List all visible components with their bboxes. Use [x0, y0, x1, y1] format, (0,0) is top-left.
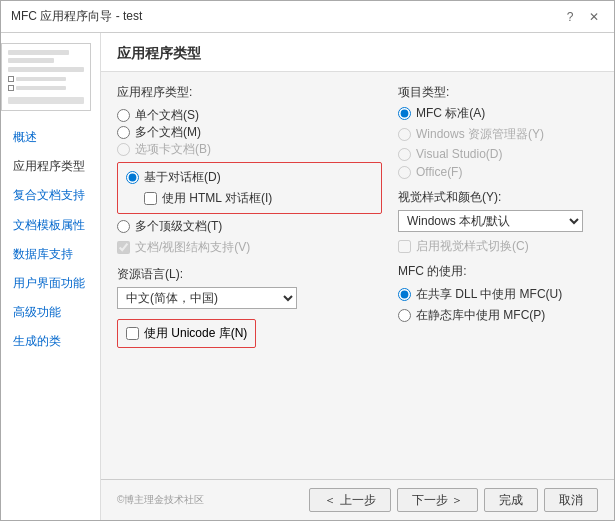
radio-multi-doc[interactable]: 多个文档(M) — [117, 124, 382, 141]
dialog-highlight-box: 基于对话框(D) 使用 HTML 对话框(I) — [117, 162, 382, 214]
radio-single-doc[interactable]: 单个文档(S) — [117, 107, 382, 124]
sidebar-item-ui-features[interactable]: 用户界面功能 — [1, 269, 100, 298]
sidebar-item-db-support[interactable]: 数据库支持 — [1, 240, 100, 269]
view-switch-row: 启用视觉样式切换(C) — [398, 238, 598, 255]
page-header: 应用程序类型 — [101, 33, 614, 72]
radio-mfc-standard[interactable]: MFC 标准(A) — [398, 105, 598, 122]
checkbox-html-dialog[interactable]: 使用 HTML 对话框(I) — [144, 190, 373, 207]
radio-win-explorer-input — [398, 128, 411, 141]
radio-single-doc-input[interactable] — [117, 109, 130, 122]
radio-mfc-standard-input[interactable] — [398, 107, 411, 120]
view-switch-checkbox — [398, 240, 411, 253]
page-title: 应用程序类型 — [117, 45, 598, 63]
radio-dialog[interactable]: 基于对话框(D) — [126, 169, 373, 186]
help-button[interactable]: ? — [560, 7, 580, 27]
radio-visual-studio: Visual Studio(D) — [398, 147, 598, 161]
radio-multi-top[interactable]: 多个顶级文档(T) — [117, 218, 382, 235]
radio-static-lib-input[interactable] — [398, 309, 411, 322]
app-preview-thumbnail — [1, 43, 91, 111]
checkbox-doc-view-input — [117, 241, 130, 254]
main-content: 概述 应用程序类型 复合文档支持 文档模板属性 数据库支持 用户界面功能 高级功… — [1, 33, 614, 520]
watermark: ©博主理金技术社区 — [117, 493, 204, 507]
radio-static-lib-label: 在静态库中使用 MFC(P) — [416, 307, 545, 324]
footer: ©博主理金技术社区 ＜ 上一步 下一步 ＞ 完成 取消 — [101, 479, 614, 520]
mfc-usage-options: 在共享 DLL 中使用 MFC(U) 在静态库中使用 MFC(P) — [398, 286, 598, 324]
titlebar: MFC 应用程序向导 - test ? ✕ — [1, 1, 614, 33]
checkbox-doc-view: 文档/视图结构支持(V) — [117, 239, 382, 256]
main-window: MFC 应用程序向导 - test ? ✕ — [0, 0, 615, 521]
radio-static-lib[interactable]: 在静态库中使用 MFC(P) — [398, 307, 598, 324]
radio-tab-doc-label: 选项卡文档(B) — [135, 141, 211, 158]
radio-tab-doc-input — [117, 143, 130, 156]
radio-shared-dll[interactable]: 在共享 DLL 中使用 MFC(U) — [398, 286, 598, 303]
sidebar-item-overview[interactable]: 概述 — [1, 123, 100, 152]
sidebar-item-gen-classes[interactable]: 生成的类 — [1, 327, 100, 356]
page-area: 应用程序类型 应用程序类型: 单个文档(S) 多个文档(M) — [101, 33, 614, 520]
sidebar-item-composite[interactable]: 复合文档支持 — [1, 181, 100, 210]
unicode-highlight-box: 使用 Unicode 库(N) — [117, 319, 256, 348]
finish-button[interactable]: 完成 — [484, 488, 538, 512]
radio-visual-studio-input — [398, 148, 411, 161]
next-button[interactable]: 下一步 ＞ — [397, 488, 478, 512]
left-panel: 应用程序类型: 单个文档(S) 多个文档(M) 选项卡文档(B) — [117, 84, 382, 467]
project-type-label: 项目类型: — [398, 84, 598, 101]
unicode-checkbox-input[interactable] — [126, 327, 139, 340]
mfc-usage-section: MFC 的使用: 在共享 DLL 中使用 MFC(U) 在静态库中使用 MFC(… — [398, 263, 598, 324]
titlebar-left: MFC 应用程序向导 - test — [11, 8, 142, 25]
unicode-checkbox-label: 使用 Unicode 库(N) — [144, 325, 247, 342]
radio-multi-doc-label: 多个文档(M) — [135, 124, 201, 141]
project-type-options: MFC 标准(A) Windows 资源管理器(Y) Visual Studio… — [398, 105, 598, 179]
mfc-usage-label: MFC 的使用: — [398, 263, 598, 280]
sidebar-item-app-type[interactable]: 应用程序类型 — [1, 152, 100, 181]
project-type-section: 项目类型: MFC 标准(A) Windows 资源管理器(Y) — [398, 84, 598, 179]
prev-button[interactable]: ＜ 上一步 — [309, 488, 390, 512]
radio-dialog-input[interactable] — [126, 171, 139, 184]
cancel-button[interactable]: 取消 — [544, 488, 598, 512]
resource-lang-row: 中文(简体，中国) — [117, 287, 382, 309]
radio-multi-top-label: 多个顶级文档(T) — [135, 218, 222, 235]
resource-lang-label: 资源语言(L): — [117, 266, 382, 283]
radio-office: Office(F) — [398, 165, 598, 179]
resource-lang-select[interactable]: 中文(简体，中国) — [117, 287, 297, 309]
right-panel: 项目类型: MFC 标准(A) Windows 资源管理器(Y) — [398, 84, 598, 467]
close-button[interactable]: ✕ — [584, 7, 604, 27]
app-type-label: 应用程序类型: — [117, 84, 382, 101]
view-style-label: 视觉样式和颜色(Y): — [398, 189, 598, 206]
radio-tab-doc[interactable]: 选项卡文档(B) — [117, 141, 382, 158]
radio-visual-studio-label: Visual Studio(D) — [416, 147, 502, 161]
radio-shared-dll-label: 在共享 DLL 中使用 MFC(U) — [416, 286, 562, 303]
view-switch-label: 启用视觉样式切换(C) — [416, 238, 529, 255]
view-style-select[interactable]: Windows 本机/默认 — [398, 210, 583, 232]
radio-win-explorer: Windows 资源管理器(Y) — [398, 126, 598, 143]
radio-multi-top-input[interactable] — [117, 220, 130, 233]
titlebar-controls: ? ✕ — [560, 7, 604, 27]
radio-office-label: Office(F) — [416, 165, 462, 179]
radio-mfc-standard-label: MFC 标准(A) — [416, 105, 485, 122]
window-title: MFC 应用程序向导 - test — [11, 8, 142, 25]
sidebar-item-doc-template[interactable]: 文档模板属性 — [1, 211, 100, 240]
checkbox-html-dialog-input[interactable] — [144, 192, 157, 205]
radio-office-input — [398, 166, 411, 179]
content-area: 应用程序类型: 单个文档(S) 多个文档(M) 选项卡文档(B) — [101, 72, 614, 479]
radio-multi-doc-input[interactable] — [117, 126, 130, 139]
radio-dialog-label: 基于对话框(D) — [144, 169, 221, 186]
checkbox-doc-view-label: 文档/视图结构支持(V) — [135, 239, 250, 256]
checkbox-html-dialog-label: 使用 HTML 对话框(I) — [162, 190, 272, 207]
radio-shared-dll-input[interactable] — [398, 288, 411, 301]
sidebar: 概述 应用程序类型 复合文档支持 文档模板属性 数据库支持 用户界面功能 高级功… — [1, 33, 101, 520]
radio-win-explorer-label: Windows 资源管理器(Y) — [416, 126, 544, 143]
radio-single-doc-label: 单个文档(S) — [135, 107, 199, 124]
app-type-options: 单个文档(S) 多个文档(M) 选项卡文档(B) — [117, 107, 382, 256]
sidebar-item-advanced[interactable]: 高级功能 — [1, 298, 100, 327]
